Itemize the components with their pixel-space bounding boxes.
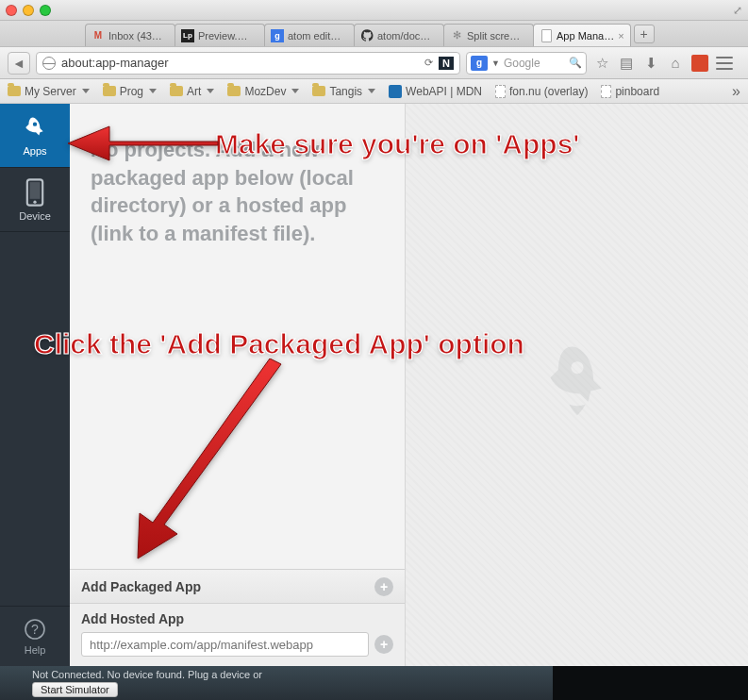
bookmark-folder-myserver[interactable]: My Server <box>8 85 90 98</box>
chevron-down-icon <box>368 89 375 93</box>
add-hosted-label: Add Hosted App <box>81 611 393 626</box>
sidebar-item-help[interactable]: ? Help <box>0 606 70 666</box>
plus-icon: + <box>374 577 393 596</box>
phone-icon <box>25 178 45 207</box>
tab-atom-doc[interactable]: atom/doc… <box>354 24 444 46</box>
sidebar-label: Help <box>25 644 46 656</box>
sidebar-item-apps[interactable]: Apps <box>0 104 70 168</box>
bookmark-folder-prog[interactable]: Prog <box>103 85 157 98</box>
fullscreen-icon[interactable]: ⤢ <box>733 4 742 17</box>
bookmark-pinboard[interactable]: pinboard <box>601 85 659 98</box>
navigation-toolbar: ◄ about:app-manager ⟳ N g ▼ Google 🔍 ☆ ▤… <box>0 47 748 79</box>
chevron-down-icon <box>149 89 157 93</box>
hosted-url-input[interactable] <box>81 632 369 657</box>
empty-state-message: No projects. Add a new packaged app belo… <box>70 104 405 248</box>
bookmark-label: Prog <box>120 85 143 98</box>
tab-label: Preview.… <box>198 30 248 42</box>
menu-button[interactable] <box>715 54 734 73</box>
list-icon[interactable]: ▤ <box>617 54 636 73</box>
bookmark-label: fon.nu (overlay) <box>509 85 588 98</box>
projects-panel: No projects. Add a new packaged app belo… <box>70 104 406 666</box>
bookmarks-overflow-icon[interactable]: » <box>732 83 740 100</box>
help-icon: ? <box>24 618 46 641</box>
search-box[interactable]: g ▼ Google 🔍 <box>466 52 587 75</box>
gmail-icon: M <box>91 29 105 42</box>
sidebar-item-device[interactable]: Device <box>0 168 70 232</box>
maximize-window-button[interactable] <box>40 5 51 16</box>
globe-icon <box>42 57 56 70</box>
folder-icon <box>312 86 325 96</box>
rocket-watermark-icon <box>544 345 610 425</box>
bookmark-folder-art[interactable]: Art <box>170 85 214 98</box>
generic-page-icon <box>540 29 553 42</box>
search-placeholder: Google <box>504 57 540 70</box>
addon-icon[interactable] <box>690 54 709 73</box>
tab-label: atom/doc… <box>377 30 430 42</box>
bookmark-fonnu[interactable]: fon.nu (overlay) <box>495 85 588 98</box>
minimize-window-button[interactable] <box>23 5 34 16</box>
tab-atom-edit[interactable]: g atom edit… <box>264 24 355 46</box>
bookmark-webapi[interactable]: WebAPI | MDN <box>389 85 482 98</box>
footer-spacer <box>553 666 748 700</box>
footer-status-text: Not Connected. No device found. Plug a d… <box>32 669 545 680</box>
connection-footer: Not Connected. No device found. Plug a d… <box>0 666 748 700</box>
browser-tabstrip: ⤢ M Inbox (43… Lp Preview.… g atom edit…… <box>0 21 748 47</box>
svg-text:?: ? <box>31 622 39 637</box>
bookmarks-toolbar: My Server Prog Art MozDev Tangis WebAPI … <box>0 79 748 104</box>
start-simulator-button[interactable]: Start Simulator <box>32 682 118 697</box>
bookmark-label: pinboard <box>615 85 659 98</box>
add-packaged-app-button[interactable]: Add Packaged App + <box>70 569 405 603</box>
reload-icon[interactable]: ⟳ <box>422 57 435 70</box>
url-bar[interactable]: about:app-manager ⟳ N <box>36 52 460 75</box>
tab-preview[interactable]: Lp Preview.… <box>175 24 265 46</box>
google-icon: g <box>271 29 284 42</box>
new-tab-button[interactable]: + <box>634 25 655 43</box>
window-titlebar <box>0 0 748 21</box>
downloads-icon[interactable]: ⬇ <box>641 54 660 73</box>
bookmark-folder-mozdev[interactable]: MozDev <box>227 85 299 98</box>
bookmark-label: MozDev <box>244 85 286 98</box>
app-manager-sidebar: Apps Device ? Help <box>0 104 70 666</box>
bookmark-label: Tangis <box>329 85 362 98</box>
close-tab-icon[interactable]: × <box>618 30 623 42</box>
search-engine-icon[interactable]: g <box>471 56 488 71</box>
close-window-button[interactable] <box>6 5 17 16</box>
app-manager-main: Apps Device ? Help No projects. Add a ne… <box>0 104 748 666</box>
back-button[interactable]: ◄ <box>8 52 30 75</box>
mdn-icon <box>389 85 402 98</box>
window-controls <box>6 5 51 16</box>
tab-label: atom edit… <box>288 30 341 42</box>
chevron-down-icon <box>82 89 90 93</box>
folder-icon <box>8 86 21 96</box>
add-hosted-plus-icon[interactable]: + <box>374 635 393 654</box>
search-icon[interactable]: 🔍 <box>569 57 582 70</box>
page-icon <box>495 85 506 98</box>
tab-label: Inbox (43… <box>108 30 162 42</box>
url-text: about:app-manager <box>61 56 168 70</box>
tab-split-screen[interactable]: ✻ Split scre… <box>443 24 534 46</box>
add-packaged-label: Add Packaged App <box>81 579 201 594</box>
folder-icon <box>227 86 241 96</box>
home-icon[interactable]: ⌂ <box>666 54 685 73</box>
chevron-down-icon <box>291 89 299 93</box>
github-icon <box>360 29 374 42</box>
bookmark-folder-tangis[interactable]: Tangis <box>312 85 375 98</box>
footer-status: Not Connected. No device found. Plug a d… <box>0 666 553 700</box>
rocket-icon <box>23 115 47 142</box>
sidebar-label: Apps <box>23 145 46 157</box>
bookmark-star-icon[interactable]: ☆ <box>592 54 611 73</box>
svg-point-2 <box>33 200 36 203</box>
tab-inbox[interactable]: M Inbox (43… <box>85 24 175 46</box>
folder-icon <box>170 86 183 96</box>
tab-label: App Mana… <box>557 30 614 42</box>
folder-icon <box>103 86 116 96</box>
sidebar-label: Device <box>19 210 51 222</box>
add-hosted-app-section: Add Hosted App + <box>70 603 405 666</box>
gear-icon: ✻ <box>450 29 463 42</box>
svg-rect-1 <box>30 182 41 199</box>
noscript-icon[interactable]: N <box>439 57 454 70</box>
tab-app-manager[interactable]: App Mana… × <box>533 24 631 46</box>
tab-label: Split scre… <box>467 30 520 42</box>
lp-icon: Lp <box>181 29 194 42</box>
page-icon <box>601 85 611 98</box>
